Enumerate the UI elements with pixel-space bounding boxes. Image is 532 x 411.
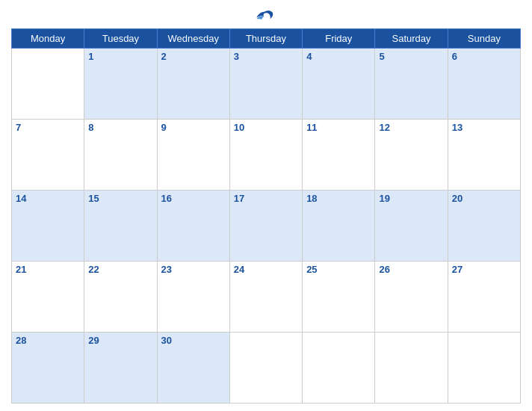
calendar-day-10: 10 [229, 120, 302, 191]
calendar-day-empty [448, 333, 520, 404]
day-number: 7 [16, 122, 21, 133]
calendar-day-29: 29 [84, 333, 157, 404]
day-number: 13 [452, 122, 463, 133]
calendar-week-row: 123456 [12, 49, 521, 120]
calendar-day-19: 19 [375, 191, 448, 262]
calendar-day-7: 7 [12, 120, 84, 191]
calendar-day-2: 2 [157, 49, 229, 120]
day-number: 3 [234, 51, 239, 62]
calendar-day-12: 12 [375, 120, 448, 191]
day-number: 16 [161, 193, 172, 204]
day-number: 1 [88, 51, 93, 62]
weekday-thursday: Thursday [229, 29, 302, 49]
calendar-week-row: 21222324252627 [12, 262, 521, 333]
calendar-day-22: 22 [84, 262, 157, 333]
calendar-day-20: 20 [448, 191, 520, 262]
day-number: 26 [379, 264, 389, 275]
logo-bird-icon [254, 10, 275, 24]
calendar-day-28: 28 [12, 333, 84, 404]
calendar-day-8: 8 [84, 120, 157, 191]
weekday-header-row: MondayTuesdayWednesdayThursdayFridaySatu… [12, 29, 521, 49]
calendar-day-25: 25 [303, 262, 375, 333]
calendar-day-16: 16 [157, 191, 229, 262]
calendar-day-empty [12, 49, 84, 120]
day-number: 20 [452, 193, 463, 204]
day-number: 5 [379, 51, 384, 62]
calendar-day-empty [229, 333, 302, 404]
day-number: 22 [88, 264, 99, 275]
calendar-day-30: 30 [157, 333, 229, 404]
weekday-saturday: Saturday [375, 29, 448, 49]
day-number: 23 [161, 264, 172, 275]
weekday-monday: Monday [12, 29, 84, 49]
calendar-day-empty [375, 333, 448, 404]
day-number: 17 [234, 193, 244, 204]
calendar-day-18: 18 [303, 191, 375, 262]
calendar-day-21: 21 [12, 262, 84, 333]
day-number: 18 [306, 193, 317, 204]
calendar-day-4: 4 [303, 49, 375, 120]
calendar-day-5: 5 [375, 49, 448, 120]
logo [254, 10, 278, 24]
weekday-tuesday: Tuesday [84, 29, 157, 49]
calendar-day-24: 24 [229, 262, 302, 333]
calendar-day-6: 6 [448, 49, 520, 120]
weekday-friday: Friday [303, 29, 375, 49]
day-number: 10 [234, 122, 244, 133]
weekday-wednesday: Wednesday [157, 29, 229, 49]
day-number: 27 [452, 264, 463, 275]
day-number: 25 [306, 264, 317, 275]
day-number: 11 [306, 122, 317, 133]
day-number: 9 [161, 122, 167, 133]
day-number: 28 [16, 335, 26, 346]
calendar-day-14: 14 [12, 191, 84, 262]
calendar-day-3: 3 [229, 49, 302, 120]
calendar-day-23: 23 [157, 262, 229, 333]
day-number: 14 [16, 193, 26, 204]
day-number: 29 [88, 335, 99, 346]
calendar-day-empty [303, 333, 375, 404]
calendar-week-row: 14151617181920 [12, 191, 521, 262]
day-number: 30 [161, 335, 172, 346]
day-number: 8 [88, 122, 93, 133]
calendar-header [11, 7, 521, 24]
calendar-day-1: 1 [84, 49, 157, 120]
calendar-week-row: 282930 [12, 333, 521, 404]
calendar-day-27: 27 [448, 262, 520, 333]
day-number: 21 [16, 264, 26, 275]
day-number: 19 [379, 193, 389, 204]
weekday-sunday: Sunday [448, 29, 520, 49]
day-number: 24 [234, 264, 244, 275]
calendar-day-13: 13 [448, 120, 520, 191]
calendar-day-26: 26 [375, 262, 448, 333]
calendar-day-9: 9 [157, 120, 229, 191]
calendar-day-17: 17 [229, 191, 302, 262]
day-number: 15 [88, 193, 99, 204]
calendar-day-11: 11 [303, 120, 375, 191]
day-number: 2 [161, 51, 167, 62]
calendar-week-row: 78910111213 [12, 120, 521, 191]
day-number: 4 [306, 51, 312, 62]
calendar-day-15: 15 [84, 191, 157, 262]
calendar-table: MondayTuesdayWednesdayThursdayFridaySatu… [11, 28, 521, 404]
day-number: 12 [379, 122, 389, 133]
day-number: 6 [452, 51, 457, 62]
